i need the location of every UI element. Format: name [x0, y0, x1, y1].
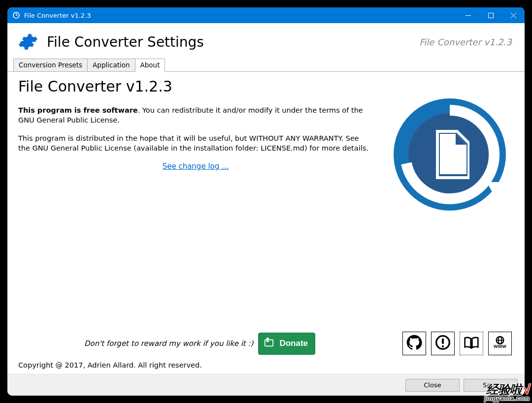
github-link[interactable] — [402, 332, 426, 355]
gear-icon — [18, 32, 38, 52]
watermark-url: jingyanla.com — [484, 396, 530, 402]
donate-icon — [264, 337, 279, 350]
tab-strip: Conversion Presets Application About — [7, 59, 525, 72]
donate-row: Don't forget to reward my work if you li… — [18, 332, 514, 355]
app-logo — [391, 95, 509, 214]
about-panel: File Converter v1.2.3 This program is fr… — [7, 72, 525, 374]
dialog-footer: Close Save — [7, 374, 525, 396]
donate-button[interactable]: Donate — [258, 333, 315, 355]
watermark-text: 经验啦 — [486, 382, 522, 396]
maximize-button[interactable] — [479, 7, 502, 23]
svg-point-10 — [266, 337, 269, 340]
window-title: File Converter v1.2.3 — [24, 12, 457, 19]
github-icon — [406, 335, 422, 352]
tab-about[interactable]: About — [135, 59, 166, 72]
about-para-1: This program is free software. You can r… — [18, 106, 373, 125]
about-para-2: This program is distributed in the hope … — [18, 134, 373, 153]
tab-conversion-presets[interactable]: Conversion Presets — [13, 59, 88, 71]
documentation-link[interactable] — [460, 332, 483, 355]
issues-link[interactable] — [431, 332, 455, 355]
svg-rect-2 — [488, 13, 493, 18]
close-window-button[interactable] — [502, 7, 525, 23]
minimize-button[interactable] — [457, 7, 479, 23]
page-title: File Converter Settings — [47, 34, 419, 50]
settings-header: File Converter Settings File Converter v… — [7, 23, 525, 57]
alert-circle-icon — [435, 335, 451, 352]
about-para-1-bold: This program is free software — [18, 106, 138, 114]
title-bar: File Converter v1.2.3 — [7, 7, 525, 23]
watermark: 经验啦√ jingyanla.com — [484, 383, 530, 402]
donate-text: Don't forget to reward my work if you li… — [84, 339, 253, 348]
about-title: File Converter v1.2.3 — [18, 78, 381, 95]
app-window: File Converter v1.2.3 File Converter Set… — [7, 7, 525, 396]
book-open-icon — [464, 335, 479, 352]
donate-button-label: Donate — [279, 339, 308, 348]
window-controls — [457, 7, 525, 23]
svg-point-13 — [442, 345, 444, 347]
website-link[interactable]: WWW — [488, 332, 512, 355]
copyright-text: Copyright @ 2017, Adrien Allard. All rig… — [18, 361, 514, 369]
tab-application[interactable]: Application — [88, 59, 135, 71]
svg-text:WWW: WWW — [494, 344, 506, 349]
www-globe-icon: WWW — [492, 335, 508, 352]
header-version: File Converter v1.2.3 — [419, 37, 512, 47]
watermark-check-icon: √ — [524, 382, 530, 396]
changelog-link[interactable]: See change log ... — [18, 162, 373, 171]
app-icon — [12, 11, 20, 19]
close-button[interactable]: Close — [405, 379, 460, 392]
